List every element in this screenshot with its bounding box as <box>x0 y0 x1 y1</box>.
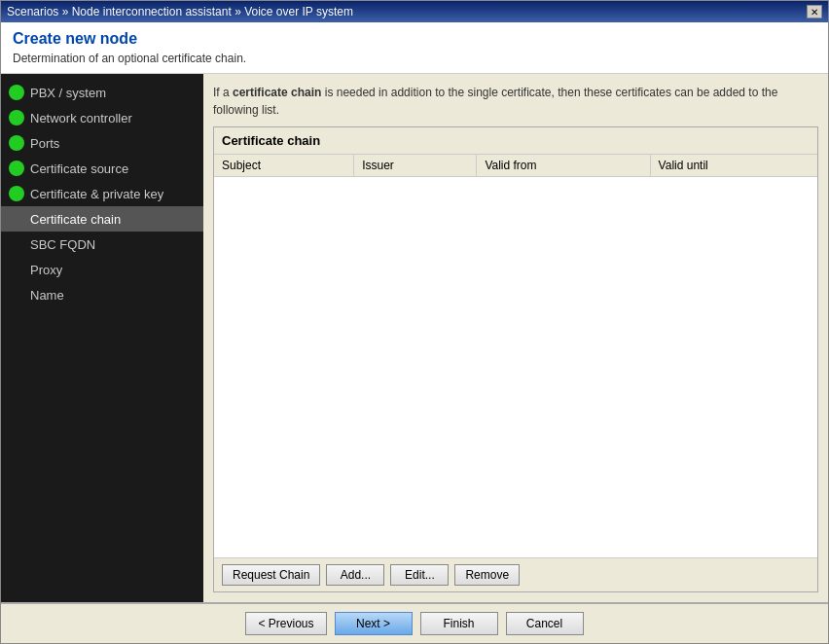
previous-button[interactable]: < Previous <box>245 612 326 635</box>
sidebar-label-pbx-system: PBX / system <box>30 86 106 100</box>
main-window: Scenarios » Node interconnection assista… <box>0 0 829 644</box>
check-icon-certificate-source: ✓ <box>9 161 24 176</box>
no-icon-sbc-fqdn <box>9 236 24 252</box>
no-icon-certificate-chain <box>9 211 24 227</box>
info-box: If a certificate chain is needed in addi… <box>213 84 818 119</box>
check-icon-certificate-private-key: ✓ <box>9 186 24 201</box>
cert-chain-title: Certificate chain <box>214 127 817 155</box>
sidebar-label-ports: Ports <box>30 136 59 151</box>
sidebar: ✓PBX / system✓Network controller✓Ports✓C… <box>1 74 203 602</box>
sidebar-item-certificate-private-key[interactable]: ✓Certificate & private key <box>1 181 203 206</box>
add-button[interactable]: Add... <box>326 564 384 586</box>
sidebar-item-pbx-system[interactable]: ✓PBX / system <box>1 80 203 105</box>
page-title: Create new node <box>13 30 816 48</box>
info-text-1: If a <box>213 86 233 99</box>
next-button[interactable]: Next > <box>335 612 413 635</box>
info-bold-cert-chain: certificate chain <box>233 86 321 99</box>
page-subtitle: Determination of an optional certificate… <box>13 52 816 65</box>
sidebar-label-name: Name <box>30 288 64 303</box>
col-valid-from: Valid from <box>477 155 650 177</box>
sidebar-label-certificate-source: Certificate source <box>30 161 128 176</box>
sidebar-item-network-controller[interactable]: ✓Network controller <box>1 105 203 130</box>
edit-button[interactable]: Edit... <box>390 564 449 586</box>
sidebar-label-proxy: Proxy <box>30 263 62 277</box>
sidebar-item-proxy[interactable]: Proxy <box>1 257 203 282</box>
col-subject: Subject <box>214 155 354 177</box>
sidebar-label-certificate-chain: Certificate chain <box>30 212 121 227</box>
cert-action-buttons: Request Chain Add... Edit... Remove <box>214 557 817 591</box>
check-icon-ports: ✓ <box>9 135 24 151</box>
sidebar-label-sbc-fqdn: SBC FQDN <box>30 237 95 252</box>
no-icon-name <box>9 287 24 303</box>
certificate-chain-box: Certificate chain Subject Issuer Valid f… <box>213 126 818 592</box>
table-header-row: Subject Issuer Valid from Valid until <box>214 155 817 177</box>
request-chain-button[interactable]: Request Chain <box>222 564 320 586</box>
sidebar-item-ports[interactable]: ✓Ports <box>1 130 203 156</box>
sidebar-item-name[interactable]: Name <box>1 282 203 307</box>
title-bar: Scenarios » Node interconnection assista… <box>1 1 828 22</box>
footer: < Previous Next > Finish Cancel <box>1 602 828 643</box>
check-icon-network-controller: ✓ <box>9 110 24 125</box>
cert-table: Subject Issuer Valid from Valid until <box>214 155 817 177</box>
close-button[interactable]: ✕ <box>807 5 822 18</box>
sidebar-label-network-controller: Network controller <box>30 111 132 125</box>
check-icon-pbx-system: ✓ <box>9 85 24 100</box>
col-valid-until: Valid until <box>650 155 817 177</box>
sidebar-item-certificate-source[interactable]: ✓Certificate source <box>1 156 203 181</box>
header: Create new node Determination of an opti… <box>1 22 828 74</box>
body: ✓PBX / system✓Network controller✓Ports✓C… <box>1 74 828 602</box>
content-area: If a certificate chain is needed in addi… <box>203 74 828 602</box>
sidebar-label-certificate-private-key: Certificate & private key <box>30 187 163 201</box>
cert-table-container: Subject Issuer Valid from Valid until <box>214 155 817 557</box>
finish-button[interactable]: Finish <box>420 612 498 635</box>
sidebar-item-sbc-fqdn[interactable]: SBC FQDN <box>1 232 203 257</box>
col-issuer: Issuer <box>354 155 477 177</box>
sidebar-item-certificate-chain[interactable]: Certificate chain <box>1 206 203 232</box>
title-bar-text: Scenarios » Node interconnection assista… <box>7 5 353 18</box>
cancel-button[interactable]: Cancel <box>506 612 584 635</box>
remove-button[interactable]: Remove <box>454 564 520 586</box>
no-icon-proxy <box>9 262 24 277</box>
